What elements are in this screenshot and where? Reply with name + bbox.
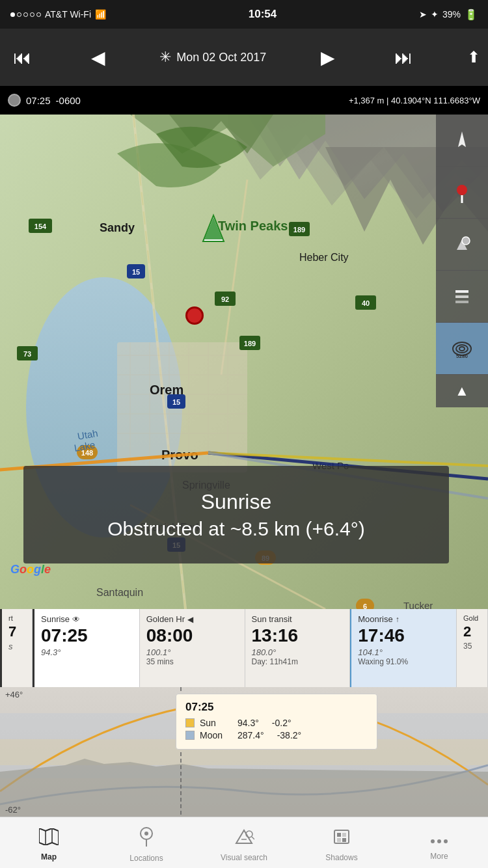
eye-icon: 👁: [72, 615, 80, 624]
shadows-icon: [332, 828, 351, 850]
chart-area[interactable]: +46° -62° 07:25 Sun 94.3° -0.2° Moon 287…: [0, 687, 488, 817]
nav-bar: ⏮ ◀ ✳ Mon 02 Oct 2017 ▶ ⏭ ⬆: [0, 29, 488, 86]
sunrise-title: Sunrise 👁: [41, 614, 133, 624]
contour-button[interactable]: 5280: [436, 323, 488, 375]
map-area[interactable]: 15 15 15 189 189 40 154 92 89 73 148 6 S…: [0, 115, 488, 609]
moonrise-sub2: Waxing 91.0%: [358, 657, 450, 666]
mountain-pin-button[interactable]: [436, 219, 488, 271]
svg-text:Orem: Orem: [150, 383, 183, 397]
overlay-box: Sunrise Obstructed at ~8.5 km (+6.4°): [23, 466, 449, 563]
data-cell-partial: rt 7 s: [0, 609, 33, 687]
data-cell-partial-right: Gold 2 35: [457, 609, 488, 687]
next-button[interactable]: ▶: [316, 42, 340, 74]
golden-arrow-icon: ◀: [187, 615, 193, 624]
pin-red-button[interactable]: [436, 167, 488, 219]
golden-hr-sub2: 35 mins: [146, 657, 238, 666]
moon-swatch: [185, 731, 195, 740]
partial-right-value: 2: [463, 623, 481, 640]
nav-item-locations[interactable]: Locations: [98, 817, 195, 868]
wifi-icon: 📶: [95, 9, 106, 20]
nav-title: ✳ Mon 02 Oct 2017: [159, 49, 266, 66]
moonrise-arrow-icon: ↑: [396, 615, 400, 624]
golden-hr-sub1: 100.1°: [146, 647, 238, 657]
sun-transit-sub1: 180.0°: [252, 647, 344, 657]
status-time: 10:54: [249, 8, 277, 21]
svg-rect-87: [334, 830, 349, 843]
prev-button[interactable]: ◀: [86, 42, 111, 74]
svg-rect-88: [337, 833, 341, 837]
svg-text:92: 92: [221, 295, 229, 303]
svg-text:15: 15: [132, 268, 140, 276]
info-right: +1,367 m | 40.1904°N 111.6683°W: [349, 96, 480, 105]
svg-rect-89: [342, 833, 346, 837]
golden-hr-value: 08:00: [146, 625, 238, 646]
svg-text:154: 154: [34, 223, 47, 230]
sun-asterisk-icon: ✳: [159, 49, 171, 66]
toolbar-collapse-button[interactable]: ▲: [436, 375, 488, 407]
partial-value: 7: [8, 623, 25, 640]
info-bar: 07:25 -0600 +1,367 m | 40.1904°N 111.668…: [0, 86, 488, 115]
tooltip-moon-row: Moon 287.4° -38.2°: [185, 730, 368, 740]
svg-rect-90: [337, 838, 341, 842]
svg-point-65: [462, 237, 470, 245]
info-left: 07:25 -0600: [8, 94, 81, 107]
nav-item-shadows[interactable]: Shadows: [293, 817, 390, 868]
shadows-label: Shadows: [325, 853, 357, 862]
svg-line-86: [252, 837, 254, 839]
svg-text:Tucker: Tucker: [403, 600, 433, 609]
signal-strength: [10, 12, 41, 17]
skip-next-button[interactable]: ⏭: [389, 42, 418, 74]
data-panel: rt 7 s Sunrise 👁 07:25 94.3° Golden Hr ◀…: [0, 609, 488, 687]
svg-point-62: [457, 185, 467, 195]
tooltip-moon-alt: -38.2°: [277, 730, 302, 740]
more-icon: [429, 829, 449, 849]
nav-item-more[interactable]: More: [390, 817, 488, 868]
data-cell-moonrise: Moonrise ↑ 17:46 104.1° Waxing 91.0%: [350, 609, 457, 687]
nav-item-map[interactable]: Map: [0, 817, 98, 868]
data-cell-golden-hr: Golden Hr ◀ 08:00 100.1° 35 mins: [140, 609, 245, 687]
tooltip-sun-alt: -0.2°: [272, 718, 291, 728]
chart-tooltip: 07:25 Sun 94.3° -0.2° Moon 287.4° -38.2°: [176, 694, 377, 750]
svg-text:73: 73: [23, 350, 31, 358]
partial-title: rt: [8, 614, 25, 622]
svg-point-70: [456, 345, 468, 353]
sun-transit-value: 13:16: [252, 625, 344, 646]
status-bar: AT&T Wi-Fi 📶 10:54 ➤ ✦ 39% 🔋: [0, 0, 488, 29]
collapse-icon: ▲: [455, 383, 469, 400]
svg-point-94: [444, 839, 448, 843]
info-elevation: +1,367 m: [349, 96, 385, 105]
visual-search-label: Visual search: [221, 853, 267, 862]
google-logo: Google: [10, 563, 51, 576]
svg-point-92: [431, 839, 435, 843]
sun-indicator: [8, 94, 21, 107]
more-label: More: [430, 852, 448, 861]
moonrise-sub1: 104.1°: [358, 647, 450, 657]
svg-marker-61: [458, 131, 466, 147]
partial-sub: s: [8, 642, 25, 651]
svg-text:40: 40: [362, 299, 370, 307]
sun-transit-sub2: Day: 11h41m: [252, 657, 344, 666]
svg-text:Sandy: Sandy: [100, 221, 135, 234]
moonrise-title: Moonrise ↑: [358, 614, 450, 624]
skip-prev-button[interactable]: ⏮: [8, 42, 36, 74]
partial-right-sub: 35: [463, 642, 481, 651]
nav-item-visual-search[interactable]: Visual search: [195, 817, 293, 868]
partial-right-title: Gold: [463, 614, 481, 622]
tooltip-moon-az: 287.4°: [237, 730, 264, 740]
bottom-nav: Map Locations Visual search: [0, 817, 488, 868]
svg-point-71: [459, 347, 465, 351]
svg-text:189: 189: [244, 340, 256, 347]
overlay-title: Sunrise: [201, 490, 272, 514]
sun-transit-title: Sun transit: [252, 614, 344, 624]
location-arrow-icon: ➤: [419, 9, 427, 20]
svg-text:Heber City: Heber City: [299, 252, 349, 263]
navigate-button[interactable]: [436, 115, 488, 167]
moonrise-value: 17:46: [358, 625, 450, 646]
svg-point-82: [144, 832, 148, 835]
carrier-label: AT&T Wi-Fi: [45, 9, 91, 20]
sun-swatch: [185, 718, 195, 727]
battery-label: 39%: [442, 9, 461, 20]
share-button[interactable]: ⬆: [467, 48, 480, 66]
layers-button[interactable]: [436, 271, 488, 323]
info-lat: 40.1904°N: [391, 96, 431, 105]
